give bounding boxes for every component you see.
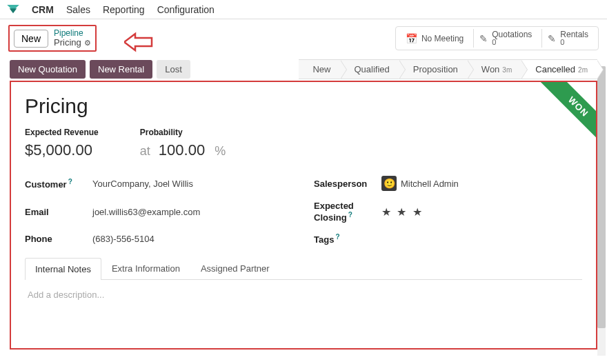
app-name[interactable]: CRM: [32, 4, 54, 15]
record-form: WON Pricing Expected Revenue $5,000.00 P…: [10, 81, 597, 350]
stage-bar: New Qualified Proposition Won3m Cancelle…: [299, 59, 597, 79]
app-logo: [7, 5, 19, 14]
closing-label: Expected Closing?: [314, 201, 369, 223]
tab-extra-information[interactable]: Extra Information: [101, 257, 190, 279]
breadcrumb-current: Pricing ⚙: [54, 38, 91, 48]
help-icon[interactable]: ?: [335, 233, 339, 241]
salesperson-label: Salesperson: [314, 179, 369, 189]
edit-icon: ✎: [548, 33, 556, 44]
menu-sales[interactable]: Sales: [66, 4, 90, 15]
menu-configuration[interactable]: Configuration: [157, 4, 215, 15]
phone-value[interactable]: (683)-556-5104: [92, 234, 155, 244]
probability-value[interactable]: 100.00: [159, 141, 205, 159]
customer-label: Customer?: [25, 178, 80, 190]
stage-new[interactable]: New: [299, 59, 340, 79]
help-icon[interactable]: ?: [68, 178, 72, 185]
stage-won[interactable]: Won3m: [468, 59, 521, 79]
email-label: Email: [25, 207, 80, 217]
tab-internal-notes[interactable]: Internal Notes: [25, 258, 101, 280]
gear-icon[interactable]: ⚙: [84, 39, 91, 47]
menu-reporting[interactable]: Reporting: [103, 4, 145, 15]
scrollbar[interactable]: [597, 66, 606, 356]
at-text: at: [140, 144, 150, 158]
stage-cancelled[interactable]: Cancelled2m: [521, 59, 597, 79]
stage-proposition[interactable]: Proposition: [399, 59, 468, 79]
description-input[interactable]: Add a description...: [25, 280, 582, 310]
probability-label: Probability: [140, 128, 226, 137]
annotation-arrow-icon: [124, 32, 155, 52]
expected-revenue-label: Expected Revenue: [25, 128, 99, 137]
email-value[interactable]: joel.willis63@example.com: [92, 207, 200, 217]
salesperson-value[interactable]: 🙂Mitchell Admin: [381, 176, 459, 191]
stat-meeting[interactable]: 📅 No Meeting: [400, 32, 469, 46]
tab-assigned-partner[interactable]: Assigned Partner: [190, 257, 280, 279]
stat-rentals[interactable]: ✎ Rentals0: [541, 29, 594, 48]
customer-value[interactable]: YourCompany, Joel Willis: [92, 179, 193, 189]
lost-button[interactable]: Lost: [157, 60, 190, 79]
stat-quotations[interactable]: ✎ Quotations0: [473, 29, 537, 48]
priority-stars[interactable]: ★ ★ ★: [381, 205, 424, 219]
scrollbar-thumb[interactable]: [597, 66, 606, 328]
new-quotation-button[interactable]: New Quotation: [10, 60, 86, 79]
percent-sign: %: [215, 144, 226, 158]
tags-label: Tags?: [314, 233, 369, 245]
help-icon[interactable]: ?: [348, 211, 352, 219]
edit-icon: ✎: [479, 33, 488, 44]
expected-revenue-value[interactable]: $5,000.00: [25, 141, 99, 159]
phone-label: Phone: [25, 234, 80, 244]
stage-qualified[interactable]: Qualified: [341, 59, 399, 79]
new-rental-button[interactable]: New Rental: [90, 60, 152, 79]
svg-marker-1: [10, 8, 17, 13]
calendar-icon: 📅: [406, 33, 417, 44]
breadcrumb-area: New Pipeline Pricing ⚙: [8, 25, 97, 52]
svg-marker-2: [124, 34, 152, 50]
record-title[interactable]: Pricing: [25, 94, 582, 118]
new-button[interactable]: New: [14, 30, 48, 48]
avatar: 🙂: [381, 176, 397, 191]
